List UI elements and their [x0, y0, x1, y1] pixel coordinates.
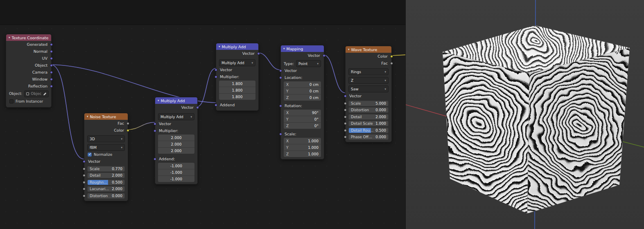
- input-socket[interactable]: [215, 103, 217, 106]
- input-socket[interactable]: [154, 157, 156, 160]
- collapse-chevron-icon[interactable]: ▾: [283, 45, 285, 52]
- eyedropper-icon[interactable]: [43, 92, 47, 96]
- rotation-x[interactable]: X90°: [284, 110, 321, 116]
- input-socket[interactable]: [83, 160, 86, 163]
- link-multiplyadd-to-mapping[interactable]: [258, 53, 280, 70]
- output-socket[interactable]: [390, 55, 393, 58]
- output-socket[interactable]: [127, 129, 129, 132]
- slider-field[interactable]: Scale5.000: [348, 101, 389, 106]
- location-y[interactable]: Y0 cm: [284, 88, 321, 94]
- vector-field-x[interactable]: 2.000: [158, 135, 194, 141]
- location-x[interactable]: X0 cm: [284, 81, 321, 88]
- input-socket[interactable]: [279, 69, 282, 72]
- slider-field[interactable]: Scale0.770: [87, 166, 125, 172]
- vector-field-x[interactable]: 1.800: [219, 81, 255, 87]
- input-socket[interactable]: [83, 181, 86, 184]
- rotation-z[interactable]: Z0°: [284, 123, 321, 129]
- link-noise-color-to-multiplyadd-vector[interactable]: [127, 122, 155, 130]
- slider-field[interactable]: Roughn...0.500: [87, 180, 125, 185]
- collapse-chevron-icon[interactable]: ▾: [87, 113, 88, 120]
- link-mapping-to-wave-vector[interactable]: [323, 55, 345, 93]
- output-socket[interactable]: [50, 50, 53, 53]
- slider-field[interactable]: Detail Rou...0.500: [348, 128, 389, 133]
- node-mapping[interactable]: ▾ Mapping Vector Type: Point▾ Vector Loc…: [280, 45, 324, 159]
- output-socket[interactable]: [50, 85, 53, 88]
- noise-dimensions-dropdown[interactable]: 3D▾: [87, 135, 125, 142]
- node-header[interactable]: ▾ Texture Coordinate: [6, 34, 51, 41]
- node-header[interactable]: ▾ Multiply Add: [155, 97, 197, 104]
- 3d-viewport[interactable]: [405, 0, 644, 229]
- wave-type-dropdown[interactable]: Rings▾: [348, 68, 389, 75]
- noise-type-dropdown[interactable]: fBM▾: [87, 144, 125, 151]
- input-socket[interactable]: [344, 122, 347, 125]
- vector-field-x[interactable]: -1.000: [158, 163, 194, 169]
- node-multiply-add-upper[interactable]: ▾ Multiply Add Vector Multiply Add▾ Vect…: [216, 43, 259, 111]
- normalize-checkbox[interactable]: [88, 153, 92, 157]
- node-texture-coordinate[interactable]: ▾ Texture Coordinate Generated Normal UV…: [6, 34, 52, 108]
- scale-x[interactable]: X1.000: [284, 138, 321, 144]
- input-socket[interactable]: [154, 129, 156, 132]
- output-socket[interactable]: [127, 122, 129, 125]
- slider-field[interactable]: Distortion0.000: [348, 107, 389, 113]
- slider-field[interactable]: Lacunari...2.000: [87, 186, 125, 192]
- node-multiply-add-lower[interactable]: ▾ Multiply Add Vector Multiply Add▾ Vect…: [155, 97, 198, 184]
- operation-dropdown[interactable]: Multiply Add▾: [219, 59, 255, 66]
- node-header[interactable]: ▾ Multiply Add: [216, 43, 258, 50]
- input-socket[interactable]: [215, 68, 217, 71]
- input-socket[interactable]: [344, 94, 347, 97]
- vector-field-y[interactable]: 2.000: [158, 141, 194, 148]
- output-socket[interactable]: [50, 71, 53, 74]
- input-socket[interactable]: [154, 122, 156, 125]
- input-socket[interactable]: [344, 136, 347, 139]
- input-socket[interactable]: [215, 75, 217, 78]
- link-object-to-noise-vector[interactable]: [51, 65, 84, 159]
- input-socket[interactable]: [344, 109, 347, 112]
- collapse-chevron-icon[interactable]: ▾: [219, 43, 220, 50]
- scale-z[interactable]: Z1.000: [284, 151, 321, 157]
- vector-field-z[interactable]: 1.800: [219, 94, 255, 100]
- slider-field[interactable]: Phase Off...0.000: [348, 134, 389, 140]
- output-socket[interactable]: [196, 106, 199, 109]
- node-noise-texture[interactable]: ▾ Noise Texture Fac Color 3D▾ fBM▾ Norma…: [84, 113, 128, 201]
- output-socket[interactable]: [257, 52, 260, 55]
- rotation-y[interactable]: Y0°: [284, 116, 321, 123]
- output-socket[interactable]: [50, 57, 53, 60]
- shader-node-editor[interactable]: ▾ Texture Coordinate Generated Normal UV…: [0, 0, 405, 229]
- input-socket[interactable]: [83, 174, 86, 177]
- from-instancer-checkbox[interactable]: [9, 99, 14, 103]
- link-wave-color-out[interactable]: [391, 55, 405, 56]
- slider-field[interactable]: Distortion0.000: [87, 193, 125, 199]
- mapping-type-dropdown[interactable]: Point▾: [296, 60, 321, 67]
- input-socket[interactable]: [279, 132, 282, 135]
- node-header[interactable]: ▾ Mapping: [281, 45, 324, 52]
- rings-direction-dropdown[interactable]: Z▾: [348, 77, 389, 84]
- input-socket[interactable]: [83, 167, 86, 170]
- node-header[interactable]: ▾ Noise Texture: [84, 113, 128, 120]
- vector-field-y[interactable]: 1.800: [219, 87, 255, 94]
- input-socket[interactable]: [344, 129, 347, 132]
- collapse-chevron-icon[interactable]: ▾: [158, 97, 159, 104]
- input-socket[interactable]: [83, 194, 86, 197]
- input-socket[interactable]: [83, 188, 86, 191]
- vector-field-z[interactable]: 2.000: [158, 148, 194, 154]
- output-socket[interactable]: [50, 43, 53, 46]
- node-header[interactable]: ▾ Wave Texture: [346, 46, 391, 53]
- vector-field-z[interactable]: -1.000: [158, 176, 194, 182]
- operation-dropdown[interactable]: Multiply Add▾: [158, 113, 194, 120]
- input-socket[interactable]: [344, 102, 347, 105]
- wave-profile-dropdown[interactable]: Saw▾: [348, 85, 389, 92]
- slider-field[interactable]: Detail2.000: [348, 114, 389, 120]
- input-socket[interactable]: [279, 104, 282, 107]
- input-socket[interactable]: [344, 115, 347, 118]
- object-picker[interactable]: Objec: [24, 90, 49, 97]
- collapse-chevron-icon[interactable]: ▾: [9, 34, 10, 41]
- slider-field[interactable]: Detail2.000: [87, 173, 125, 178]
- vector-field-y[interactable]: -1.000: [158, 169, 194, 176]
- location-z[interactable]: Z0 cm: [284, 94, 321, 101]
- slider-field[interactable]: Detail Scale1.000: [348, 121, 389, 126]
- input-socket[interactable]: [279, 76, 282, 79]
- node-wave-texture[interactable]: ▾ Wave Texture Color Fac Rings▾ Z▾ Saw▾ …: [345, 46, 392, 142]
- scale-y[interactable]: Y1.000: [284, 144, 321, 151]
- output-socket[interactable]: [390, 62, 393, 65]
- output-socket[interactable]: [323, 54, 325, 57]
